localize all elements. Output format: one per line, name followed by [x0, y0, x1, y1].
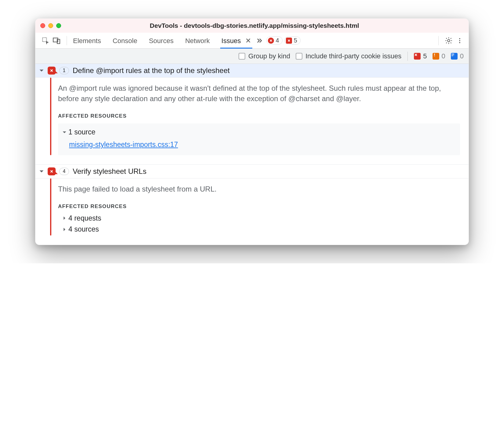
checkbox-icon [296, 53, 302, 60]
affected-resources-label: AFFECTED RESOURCES [58, 112, 460, 120]
close-window-button[interactable] [40, 23, 45, 28]
toolbar-separator [67, 36, 67, 45]
info-square-icon [451, 53, 458, 60]
issue-count: 4 [59, 168, 69, 175]
settings-icon[interactable] [444, 36, 453, 45]
filter-info-count[interactable]: 0 [451, 52, 464, 60]
devtools-window: DevTools - devtools-dbg-stories.netlify.… [35, 18, 469, 245]
toolbar-separator [438, 36, 439, 45]
error-badge-icon [48, 167, 56, 175]
filter-error-count[interactable]: 5 [414, 52, 427, 60]
issue-body: An @import rule was ignored because it w… [35, 78, 469, 165]
affected-resources-box: 1 source missing-stylesheets-imports.css… [58, 123, 460, 155]
issue-title: Define @import rules at the top of the s… [73, 66, 230, 75]
window-titlebar: DevTools - devtools-dbg-stories.netlify.… [35, 19, 469, 33]
tab-elements[interactable]: Elements [72, 34, 102, 47]
console-errors-pill[interactable]: 4 [266, 36, 283, 45]
severity-bar [50, 178, 51, 236]
more-tabs-icon[interactable] [255, 37, 263, 44]
issues-errors-pill[interactable]: 5 [284, 36, 301, 45]
filter-warning-count[interactable]: 0 [433, 52, 445, 60]
issue-description: An @import rule was ignored because it w… [58, 83, 460, 104]
severity-bar [50, 78, 51, 155]
include-thirdparty-label: Include third-party cookie issues [305, 52, 401, 60]
svg-point-3 [447, 39, 450, 42]
panel-tabs: Elements Console Sources Network Issues … [72, 34, 252, 47]
issue-row[interactable]: 1 Define @import rules at the top of the… [35, 64, 469, 78]
kebab-menu-icon[interactable] [455, 36, 464, 45]
issue-body: This page failed to load a stylesheet fr… [35, 178, 469, 245]
devtools-toolbar: Elements Console Sources Network Issues … [35, 33, 469, 49]
tab-network[interactable]: Network [184, 34, 210, 47]
group-by-kind-label: Group by kind [248, 52, 290, 60]
error-badge-icon [48, 67, 56, 75]
requests-row-label: 4 requests [68, 213, 101, 223]
tab-issues-label: Issues [221, 37, 241, 45]
close-tab-icon[interactable]: ✕ [245, 37, 251, 45]
issue-count: 1 [59, 67, 69, 74]
svg-point-4 [459, 38, 460, 39]
issues-filterbar: Group by kind Include third-party cookie… [35, 49, 469, 64]
affected-resources-label: AFFECTED RESOURCES [58, 203, 460, 210]
svg-rect-8 [434, 56, 435, 56]
tab-issues[interactable]: Issues ✕ [221, 34, 252, 47]
checkbox-icon [239, 53, 245, 60]
sources-header: 1 source [68, 127, 95, 137]
chevron-down-icon [62, 130, 67, 134]
error-square-icon [414, 53, 421, 60]
affected-resources-rows: 4 requests 4 sources [58, 213, 460, 234]
error-icon [268, 38, 274, 44]
include-thirdparty-checkbox[interactable]: Include third-party cookie issues [296, 52, 401, 60]
warning-square-icon [433, 53, 439, 60]
requests-disclosure[interactable]: 4 requests [58, 213, 460, 223]
window-title: DevTools - devtools-dbg-stories.netlify.… [45, 22, 464, 29]
issues-list: 1 Define @import rules at the top of the… [35, 64, 469, 245]
svg-point-5 [459, 40, 460, 41]
console-errors-count: 4 [276, 37, 279, 44]
device-toolbar-icon[interactable] [52, 36, 61, 45]
error-square-icon [286, 38, 292, 44]
inspect-element-icon[interactable] [41, 36, 50, 45]
source-link[interactable]: missing-stylesheets-imports.css:17 [69, 140, 178, 150]
sources-disclosure[interactable]: 1 source [62, 127, 455, 137]
issue-title: Verify stylesheet URLs [73, 167, 146, 176]
chevron-right-icon [62, 227, 67, 232]
issues-errors-count: 5 [294, 37, 297, 44]
sources-row-label: 4 sources [68, 224, 99, 234]
svg-point-6 [459, 42, 460, 43]
issue-description: This page failed to load a stylesheet fr… [58, 184, 460, 194]
chevron-down-icon [39, 68, 44, 73]
svg-rect-7 [434, 53, 435, 55]
chevron-down-icon [39, 169, 44, 174]
chevron-right-icon [62, 216, 67, 220]
sources-disclosure[interactable]: 4 sources [58, 224, 460, 234]
filter-separator [407, 52, 408, 61]
group-by-kind-checkbox[interactable]: Group by kind [239, 52, 290, 60]
issue-row[interactable]: 4 Verify stylesheet URLs [35, 165, 469, 178]
tab-console[interactable]: Console [112, 34, 138, 47]
tab-sources[interactable]: Sources [148, 34, 174, 47]
